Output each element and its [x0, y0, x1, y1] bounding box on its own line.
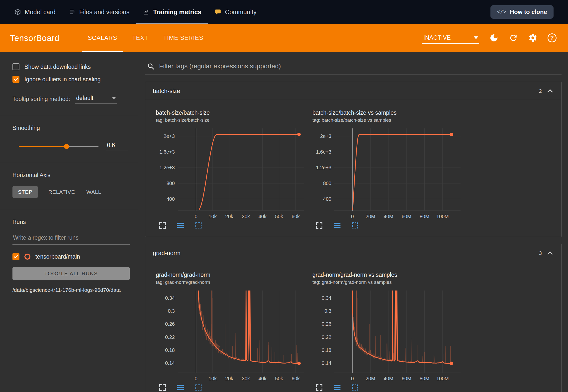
community-icon [215, 9, 221, 15]
checkbox-label: Show data download links [24, 64, 91, 70]
card-header-controls: 3 [539, 249, 554, 257]
collapse-chevron-icon[interactable] [546, 87, 554, 95]
tab-label: Training metrics [153, 8, 201, 16]
tensorboard-header: TensorBoard SCALARS TEXT TIME SERIES INA… [0, 24, 568, 52]
tab-time-series[interactable]: TIME SERIES [156, 24, 211, 52]
svg-text:50k: 50k [275, 376, 283, 381]
svg-text:80M: 80M [420, 376, 429, 381]
svg-text:0: 0 [195, 214, 197, 219]
data-table-icon[interactable] [333, 383, 341, 392]
tag-filter-input[interactable] [159, 62, 560, 70]
run-name-label: tensorboard/main [35, 253, 80, 260]
svg-text:0.14: 0.14 [165, 360, 175, 366]
card-body: batch-size/batch-size tag: batch-size/ba… [145, 100, 561, 237]
runs-filter-input[interactable] [12, 233, 130, 245]
settings-gear-icon[interactable] [528, 33, 538, 43]
expand-chart-icon[interactable] [158, 383, 167, 392]
chart-toolbar [156, 383, 308, 392]
fit-domain-icon[interactable] [351, 221, 359, 230]
toggle-all-runs-button[interactable]: TOGGLE ALL RUNS [12, 267, 130, 280]
chart-title: grad-norm/grad-norm [156, 272, 308, 278]
show-download-links-checkbox[interactable]: Show data download links [12, 63, 128, 70]
svg-text:10k: 10k [209, 214, 217, 219]
tooltip-sorting-select[interactable]: default [75, 94, 117, 104]
ignore-outliers-checkbox[interactable]: Ignore outliers in chart scaling [12, 76, 128, 83]
chart-grad-norm-samples: grad-norm/grad-norm vs samples tag: grad… [312, 272, 465, 392]
checkbox-checked-icon [12, 76, 19, 83]
card-header[interactable]: grad-norm 3 [145, 244, 561, 262]
run-status-select[interactable]: INACTIVE [422, 32, 479, 44]
tab-files-and-versions[interactable]: Files and versions [62, 0, 136, 24]
svg-text:0.26: 0.26 [165, 321, 175, 327]
expand-chart-icon[interactable] [315, 383, 323, 392]
divider [0, 115, 138, 115]
log-directory-path: /data/bigscience-tr11-176b-ml-logs-96d70… [12, 287, 129, 294]
chart-count-badge: 3 [539, 250, 542, 256]
line-chart[interactable]: 4008001.2e+31.6e+32e+3020M40M60M80M100M [312, 126, 465, 219]
smoothing-value-input[interactable]: 0,6 [106, 141, 128, 151]
smoothing-slider[interactable] [19, 146, 98, 147]
divider [0, 209, 138, 209]
chart-count-badge: 2 [539, 88, 542, 94]
collapse-chevron-icon[interactable] [546, 249, 554, 257]
axis-step-button[interactable]: STEP [12, 186, 38, 198]
chart-batch-size-samples: batch-size/batch-size vs samples tag: ba… [312, 109, 465, 230]
horizontal-axis-label: Horizontal Axis [12, 172, 128, 179]
svg-text:100M: 100M [436, 214, 449, 219]
model-card-icon [14, 9, 21, 15]
svg-text:60k: 60k [292, 376, 300, 381]
svg-text:800: 800 [323, 181, 331, 186]
svg-text:0.34: 0.34 [165, 295, 175, 301]
refresh-icon[interactable] [509, 33, 518, 43]
slider-thumb[interactable] [64, 144, 69, 149]
svg-text:40k: 40k [258, 376, 267, 381]
svg-text:0.18: 0.18 [322, 347, 331, 353]
divider [0, 162, 138, 162]
line-chart[interactable]: 4008001.2e+31.6e+32e+3010k20k30k40k50k60… [156, 126, 308, 219]
tooltip-sorting-value: default [76, 95, 93, 101]
dark-mode-moon-icon[interactable] [489, 33, 499, 43]
expand-chart-icon[interactable] [158, 221, 167, 230]
tab-label: Model card [25, 8, 56, 16]
fit-domain-icon[interactable] [351, 383, 359, 392]
tab-model-card[interactable]: Model card [14, 0, 62, 24]
run-row-tensorboard-main[interactable]: tensorboard/main [12, 253, 128, 260]
chart-tag: tag: batch-size/batch-size [156, 117, 308, 123]
svg-text:60M: 60M [402, 376, 411, 381]
axis-relative-button[interactable]: RELATIVE [47, 186, 76, 198]
fit-domain-icon[interactable] [194, 221, 203, 230]
svg-text:0.3: 0.3 [168, 308, 175, 314]
run-checkbox-checked-icon[interactable] [12, 253, 19, 260]
card-header[interactable]: batch-size 2 [145, 82, 561, 100]
svg-text:100M: 100M [436, 376, 449, 381]
fit-domain-icon[interactable] [194, 383, 203, 392]
svg-text:20k: 20k [225, 376, 233, 381]
tab-scalars[interactable]: SCALARS [80, 24, 125, 52]
help-icon[interactable]: ? [548, 33, 557, 42]
smoothing-label: Smoothing [12, 125, 128, 131]
data-table-icon[interactable] [176, 221, 185, 230]
tab-training-metrics[interactable]: Training metrics [136, 0, 208, 24]
how-to-clone-button[interactable]: </> How to clone [490, 5, 554, 19]
line-chart[interactable]: 0.140.180.220.260.30.34010k20k30k40k50k6… [156, 289, 308, 381]
run-status-value: INACTIVE [423, 34, 451, 41]
axis-wall-button[interactable]: WALL [85, 186, 102, 198]
data-table-icon[interactable] [333, 221, 341, 230]
scalars-panel: batch-size 2 batch-size/batch-size tag: … [138, 52, 568, 392]
svg-text:0: 0 [351, 214, 354, 219]
chart-title: grad-norm/grad-norm vs samples [312, 272, 465, 278]
tab-text[interactable]: TEXT [125, 24, 156, 52]
tab-label: Files and versions [79, 8, 129, 16]
checkbox-label: Ignore outliers in chart scaling [24, 76, 101, 83]
svg-text:400: 400 [323, 196, 331, 202]
line-chart[interactable]: 0.140.180.220.260.30.34020M40M60M80M100M [312, 289, 465, 381]
tab-community[interactable]: Community [208, 0, 263, 24]
tensorboard-tabs: SCALARS TEXT TIME SERIES [80, 24, 211, 52]
expand-chart-icon[interactable] [315, 221, 323, 230]
chart-toolbar [312, 383, 465, 392]
data-table-icon[interactable] [176, 383, 185, 392]
horizontal-axis-options: STEP RELATIVE WALL [12, 186, 128, 198]
svg-text:40M: 40M [383, 214, 393, 219]
svg-text:40M: 40M [383, 376, 393, 381]
svg-text:20k: 20k [225, 214, 233, 219]
